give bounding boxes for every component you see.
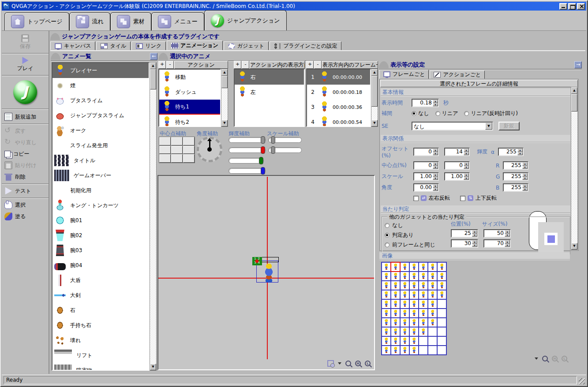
scroll-up-icon[interactable]	[150, 63, 156, 69]
image-cell[interactable]	[400, 299, 409, 309]
dropdown-arrow-icon[interactable]	[485, 123, 492, 130]
editor-tab[interactable]: キャンバス	[50, 41, 95, 50]
sidebar-item[interactable]: プレイ	[2, 55, 49, 76]
image-cell[interactable]	[400, 346, 409, 355]
size-x-spinner[interactable]: 50	[483, 229, 511, 238]
scroll-up-icon[interactable]	[221, 69, 228, 76]
sidebar-item[interactable]: 保存	[2, 33, 49, 54]
spin-down-icon[interactable]	[433, 103, 438, 107]
minimize-button[interactable]	[559, 3, 567, 10]
image-cell[interactable]	[437, 336, 446, 346]
image-cell[interactable]	[419, 281, 428, 290]
image-zoom-low-icon[interactable]: L	[562, 356, 567, 361]
direction-list-item[interactable]: 右	[235, 70, 304, 85]
main-tab[interactable]: 流れ	[69, 12, 110, 30]
anime-list-item[interactable]: 腕02	[52, 228, 149, 243]
editor-tab[interactable]: リンク	[131, 41, 166, 50]
image-cell[interactable]	[382, 262, 391, 272]
sidebar-item[interactable]: やり直し	[2, 137, 49, 148]
anime-list-item[interactable]: プレイヤー	[52, 63, 149, 78]
image-cell[interactable]	[437, 309, 446, 318]
action-list-item[interactable]: 待ち1	[159, 100, 220, 115]
action-list[interactable]: 移動 ダッシュ 待ち1 待ち2	[158, 69, 221, 127]
alpha-spinner[interactable]: 255	[498, 148, 524, 156]
image-zoom-icon[interactable]	[542, 356, 548, 361]
image-cell[interactable]	[382, 346, 391, 355]
image-cell[interactable]	[382, 299, 391, 309]
image-cell[interactable]	[391, 346, 400, 355]
image-cell[interactable]	[428, 336, 437, 346]
image-cell[interactable]	[437, 318, 446, 327]
interp-option[interactable]: リニア	[435, 110, 458, 117]
image-cell[interactable]	[428, 346, 437, 355]
zoom-icon[interactable]	[345, 361, 351, 366]
radio-icon[interactable]	[412, 111, 416, 116]
flip-v-checkbox[interactable]	[460, 196, 465, 201]
image-cell[interactable]	[437, 272, 446, 281]
se-new-button[interactable]: 新規	[498, 122, 520, 130]
brightness-slider-red[interactable]	[228, 147, 266, 153]
frame-list-item[interactable]: 2 00:00:00.18	[307, 85, 370, 100]
anime-list-item[interactable]: ジャンプブタスライム	[52, 108, 149, 123]
image-cell[interactable]	[437, 299, 446, 309]
image-zoom-high-icon[interactable]: H	[552, 356, 558, 361]
image-cell[interactable]	[409, 262, 419, 272]
sidebar-item[interactable]: 貼り付け	[2, 160, 49, 171]
anime-list-item[interactable]: 煙	[52, 78, 149, 93]
radio-icon[interactable]	[385, 223, 390, 228]
pos-x-spinner[interactable]: 25	[451, 229, 478, 238]
image-cell[interactable]	[437, 346, 446, 355]
center-grid-cell[interactable]	[171, 146, 183, 154]
image-cell[interactable]	[409, 336, 419, 346]
add-frame-button[interactable]: +	[306, 61, 314, 69]
scroll-up-icon[interactable]	[571, 87, 577, 94]
image-cell[interactable]	[400, 318, 409, 327]
image-cell[interactable]	[391, 336, 400, 346]
se-dropdown[interactable]: なし	[412, 122, 493, 130]
image-cell[interactable]	[419, 262, 428, 272]
image-cell[interactable]	[382, 327, 391, 336]
add-action-button[interactable]: +	[158, 61, 166, 69]
scroll-down-icon[interactable]	[571, 243, 577, 249]
image-cell[interactable]	[400, 336, 409, 346]
image-cell[interactable]	[428, 272, 437, 281]
image-cell[interactable]	[419, 336, 428, 346]
image-cell[interactable]	[382, 336, 391, 346]
frame-list-item[interactable]: 1 00:00:00.00	[307, 70, 370, 85]
image-cell[interactable]	[428, 281, 437, 290]
sidebar-item[interactable]: 戻す	[2, 125, 49, 137]
settings-tab[interactable]: フレームごと	[379, 70, 429, 79]
anime-list-item[interactable]: 腕03	[52, 243, 149, 258]
maximize-button[interactable]	[568, 3, 576, 10]
remove-action-button[interactable]: -	[166, 61, 174, 69]
resize-grip[interactable]	[579, 378, 585, 384]
image-grid[interactable]	[381, 262, 447, 355]
main-tab[interactable]: ジャンプアクション	[204, 10, 287, 30]
scroll-down-icon[interactable]	[371, 120, 378, 127]
image-cell[interactable]	[391, 272, 400, 281]
image-cell[interactable]	[382, 290, 391, 299]
radio-icon[interactable]	[385, 242, 390, 247]
center-grid-cell[interactable]	[159, 154, 171, 163]
anime-list-item[interactable]: 腕04	[52, 258, 149, 273]
g-spinner[interactable]: 255	[503, 172, 528, 181]
center-grid-cell[interactable]	[159, 137, 171, 145]
sidebar-item[interactable]: コピー	[2, 148, 49, 160]
collision-option[interactable]: 前フレームと同じ	[385, 240, 451, 249]
anime-list-item[interactable]: 手持ち石	[52, 318, 149, 333]
image-cell[interactable]	[391, 262, 400, 272]
image-cell[interactable]	[382, 281, 391, 290]
collapse-right-arrow-icon[interactable]: →	[574, 61, 582, 68]
radio-icon[interactable]	[464, 111, 469, 116]
frame-list[interactable]: 1 00:00:00.00 2 00:00:00.18 3 00:00:00.3…	[306, 69, 371, 127]
duration-spinner[interactable]: 0.18	[412, 99, 439, 107]
image-cell[interactable]	[428, 290, 437, 299]
image-cell[interactable]	[428, 309, 437, 318]
image-cell[interactable]	[400, 262, 409, 272]
canvas-player-sprite[interactable]	[262, 264, 275, 282]
image-cell[interactable]	[409, 281, 419, 290]
image-cell[interactable]	[419, 299, 428, 309]
center-grid-cell[interactable]	[159, 146, 171, 154]
image-cell[interactable]	[391, 309, 400, 318]
animation-canvas[interactable]: 1 23 4 H L	[157, 175, 375, 370]
